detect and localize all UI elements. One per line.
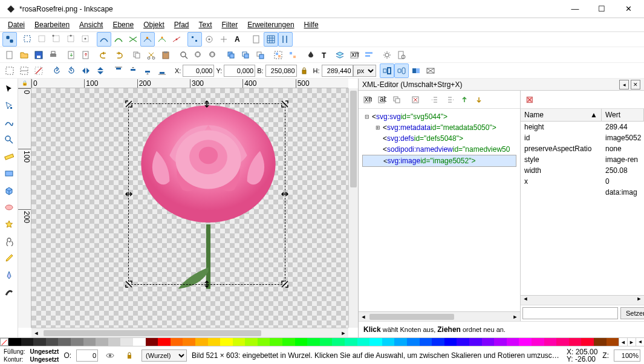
clone-button[interactable] — [238, 48, 253, 62]
snap-rotation-center-button[interactable] — [216, 32, 231, 47]
xml-dialog-button[interactable]: xml — [347, 48, 362, 62]
xml-node[interactable]: ⊞<svg:metadata id="metadata5050"> — [362, 122, 516, 133]
zoom-drawing-button[interactable] — [191, 48, 206, 62]
selection-box[interactable] — [128, 103, 285, 285]
palette-swatch[interactable] — [108, 338, 121, 346]
lower-button[interactable] — [140, 63, 155, 78]
handle-n-icon[interactable] — [203, 100, 210, 108]
menu-ansicht[interactable]: Ansicht — [75, 19, 107, 30]
menu-objekt[interactable]: Objekt — [139, 19, 169, 30]
transform-pattern-button[interactable] — [423, 63, 438, 78]
palette-swatch[interactable] — [320, 338, 333, 346]
snap-cusp-button[interactable] — [140, 32, 155, 47]
preferences-button[interactable] — [380, 48, 394, 62]
duplicate-button[interactable] — [224, 48, 238, 62]
palette-swatch[interactable] — [245, 338, 258, 346]
zoom-selection-button[interactable] — [177, 48, 191, 62]
calligraphy-tool[interactable] — [1, 284, 17, 300]
x-input[interactable] — [183, 65, 214, 77]
w-input[interactable] — [265, 65, 297, 77]
xml-unindent-button[interactable] — [429, 93, 442, 106]
raise-button[interactable] — [126, 63, 140, 78]
canvas-hscroll[interactable]: ◄► — [31, 328, 348, 337]
lock-aspect-button[interactable] — [297, 63, 311, 78]
menu-bearbeiten[interactable]: Bearbeiten — [30, 19, 74, 30]
opacity-input[interactable] — [76, 349, 98, 362]
snap-bbox-button[interactable] — [21, 32, 35, 47]
3dbox-tool[interactable] — [1, 183, 17, 198]
palette-swatch[interactable] — [270, 338, 282, 346]
unit-select[interactable]: px — [353, 65, 376, 77]
snap-guide-button[interactable] — [278, 32, 293, 47]
text-dialog-button[interactable]: T — [318, 48, 333, 62]
import-button[interactable] — [64, 48, 79, 62]
menu-datei[interactable]: Datei — [4, 19, 29, 30]
open-file-button[interactable] — [17, 48, 31, 62]
xml-attr-set-button[interactable]: Setzen — [620, 307, 644, 319]
snap-smooth-button[interactable] — [155, 32, 169, 47]
snap-bbox-corner-button[interactable] — [50, 32, 64, 47]
attr-row[interactable]: idimage5052 — [521, 132, 644, 143]
canvas-vscroll[interactable] — [348, 88, 358, 328]
xml-attr-delete-button[interactable] — [523, 93, 538, 107]
measure-tool[interactable] — [1, 149, 17, 164]
transform-corners-button[interactable] — [394, 63, 409, 78]
attr-row[interactable]: data:imag — [521, 187, 644, 198]
xml-attr-hscroll[interactable]: ◄► — [521, 295, 644, 305]
palette-swatch[interactable] — [58, 338, 71, 346]
y-input[interactable] — [224, 65, 255, 77]
maximize-button[interactable]: ☐ — [588, 1, 615, 18]
palette-swatch[interactable] — [233, 338, 246, 346]
status-fill-value[interactable]: Ungesetzt — [30, 348, 59, 356]
attr-col-name[interactable]: Name — [524, 111, 544, 119]
handle-sw-icon[interactable] — [125, 281, 132, 288]
xml-move-up-button[interactable] — [458, 93, 471, 106]
menu-ebene[interactable]: Ebene — [108, 19, 138, 30]
palette-scroll-left[interactable]: ◄ — [619, 338, 627, 346]
print-button[interactable] — [46, 48, 60, 62]
handle-nw-icon[interactable] — [125, 100, 132, 108]
palette-swatch[interactable] — [394, 338, 407, 346]
handle-ne-icon[interactable] — [281, 100, 288, 108]
menu-erweiterungen[interactable]: Erweiterungen — [243, 19, 298, 30]
xml-new-element-button[interactable]: xml — [361, 93, 374, 106]
minimize-button[interactable]: — — [562, 1, 588, 18]
palette-swatch[interactable] — [171, 338, 183, 346]
palette-swatch[interactable] — [507, 338, 519, 346]
xml-tree-hscroll[interactable]: ◄► — [359, 311, 520, 321]
panel-close-button[interactable]: ✕ — [631, 80, 640, 89]
palette-swatch[interactable] — [556, 338, 569, 346]
pencil-tool[interactable] — [1, 250, 17, 266]
palette-swatch[interactable] — [407, 338, 420, 346]
palette-swatch[interactable] — [96, 338, 108, 346]
color-palette[interactable]: ◄ ► ◂ — [0, 337, 644, 346]
new-file-button[interactable] — [2, 48, 17, 62]
handle-s-icon[interactable] — [203, 281, 210, 288]
snap-bbox-edge-button[interactable] — [35, 32, 50, 47]
select-all-button[interactable] — [2, 63, 17, 78]
snap-path-button[interactable] — [111, 32, 126, 47]
layers-dialog-button[interactable] — [333, 48, 347, 62]
palette-swatch[interactable] — [133, 338, 146, 346]
xml-delete-button[interactable] — [409, 93, 423, 106]
attr-col-value[interactable]: Wert — [602, 109, 644, 121]
snap-line-midpoint-button[interactable] — [169, 32, 184, 47]
palette-swatch[interactable] — [71, 338, 83, 346]
layer-lock-button[interactable] — [122, 348, 137, 363]
rect-tool[interactable] — [1, 166, 17, 181]
palette-swatch[interactable] — [282, 338, 295, 346]
snap-bbox-center-button[interactable] — [79, 32, 93, 47]
snap-path-intersect-button[interactable] — [126, 32, 140, 47]
snap-bbox-midpoint-button[interactable] — [64, 32, 79, 47]
star-tool[interactable] — [1, 216, 17, 232]
snap-other-button[interactable] — [187, 32, 202, 47]
palette-swatch[interactable] — [432, 338, 444, 346]
handle-w-icon[interactable] — [125, 190, 132, 198]
palette-scroll-right[interactable]: ► — [627, 338, 636, 346]
ruler-lock-icon[interactable]: 🔒 — [18, 79, 31, 88]
palette-swatch[interactable] — [220, 338, 233, 346]
xml-panel-header[interactable]: XML-Editor (Umschalt+Strg+X) ◂ ✕ — [359, 79, 644, 91]
snap-object-center-button[interactable] — [202, 32, 216, 47]
palette-nofill[interactable] — [0, 338, 8, 346]
deselect-button[interactable] — [31, 63, 46, 78]
